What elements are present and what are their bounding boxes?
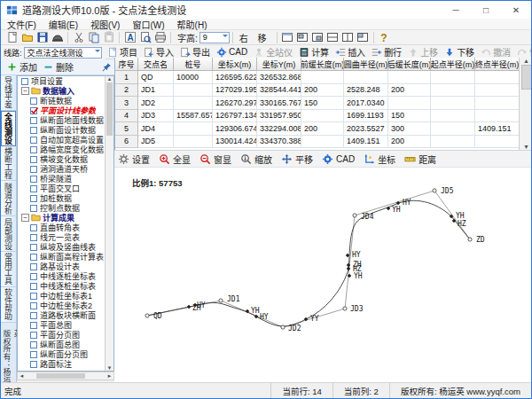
column-header-起点半径(m)[interactable]: 起点半径(m) bbox=[431, 58, 475, 71]
checkbox-icon[interactable] bbox=[30, 312, 37, 319]
table-cell[interactable]: JD1 bbox=[138, 84, 174, 98]
checkbox-icon[interactable] bbox=[30, 263, 37, 270]
win-tile-5-button[interactable] bbox=[340, 31, 356, 44]
canvas-button-平移[interactable]: 平移 bbox=[281, 153, 313, 166]
tree-horizontal-scrollbar[interactable]: ◄ ► bbox=[17, 372, 114, 380]
sidebar-tab-隧道分析[interactable]: 隧道分析 bbox=[1, 181, 16, 216]
table-cell[interactable]: 10000 bbox=[174, 71, 213, 84]
sidebar-tab-局部测设[interactable]: 局部测设 bbox=[1, 216, 16, 252]
canvas-button-窗显[interactable]: 窗显 bbox=[200, 153, 231, 166]
toolbar-button-项目[interactable]: 项目 bbox=[106, 45, 139, 59]
table-cell[interactable]: 2023.5527 bbox=[344, 122, 388, 136]
checkbox-icon[interactable] bbox=[30, 127, 37, 134]
table-cell[interactable]: 332294.008 bbox=[257, 122, 301, 136]
table-cell[interactable] bbox=[388, 97, 431, 110]
scrollbar-thumb[interactable] bbox=[521, 65, 532, 90]
pin-button[interactable] bbox=[102, 59, 112, 75]
checkbox-icon[interactable] bbox=[30, 137, 37, 144]
scroll-down-icon[interactable]: ▼ bbox=[106, 365, 113, 371]
checkbox-icon[interactable] bbox=[30, 176, 37, 183]
checkbox-icon[interactable] bbox=[30, 302, 37, 309]
table-cell[interactable] bbox=[301, 136, 344, 149]
checkbox-icon[interactable] bbox=[30, 117, 37, 124]
column-header-后缓长度(m)[interactable]: 后缓长度(m) bbox=[388, 58, 431, 71]
table-cell[interactable]: 129306.674 bbox=[213, 122, 257, 136]
table-cell[interactable] bbox=[475, 110, 520, 123]
table-row[interactable]: 1QD10000126595.622326532.868 bbox=[115, 71, 532, 84]
menu-视图(V)[interactable]: 视图(V) bbox=[84, 18, 126, 31]
checkbox-icon[interactable] bbox=[30, 107, 37, 114]
column-header-序号[interactable]: 序号 bbox=[115, 58, 138, 71]
table-cell[interactable] bbox=[431, 122, 475, 136]
canvas-button-距离[interactable]: 距离 bbox=[404, 153, 436, 166]
close-button[interactable]: ✕ bbox=[501, 1, 531, 19]
toolbar-button-计算[interactable]: 计算 bbox=[297, 45, 331, 59]
open-folder-button[interactable] bbox=[20, 31, 35, 44]
save-button[interactable] bbox=[35, 31, 50, 44]
table-row[interactable]: 6JD5130014.424334370.3881409.151200 bbox=[115, 136, 532, 149]
canvas-button-CAD[interactable]: CAD bbox=[322, 153, 355, 165]
table-cell[interactable]: 326532.868 bbox=[257, 71, 301, 84]
table-cell[interactable] bbox=[174, 122, 213, 136]
scroll-down-icon[interactable]: ▼ bbox=[523, 144, 529, 150]
checkbox-icon[interactable] bbox=[30, 254, 37, 261]
add-route-button[interactable]: 添加 bbox=[7, 60, 37, 74]
sidebar-tab-常用工具[interactable]: 常用工具 bbox=[1, 252, 16, 287]
table-cell[interactable] bbox=[431, 97, 475, 110]
win-tile-2-button[interactable] bbox=[295, 31, 310, 44]
canvas-button-坐标[interactable]: 坐标 bbox=[364, 153, 395, 166]
row-number-cell[interactable]: 3 bbox=[115, 97, 138, 110]
menu-窗口(W)[interactable]: 窗口(W) bbox=[126, 18, 170, 31]
toolbar-button-插入[interactable]: 插入 bbox=[333, 45, 367, 59]
copy-button[interactable] bbox=[86, 31, 101, 44]
column-header-交点名[interactable]: 交点名 bbox=[138, 58, 174, 71]
table-cell[interactable] bbox=[301, 71, 344, 84]
menu-文件(F)[interactable]: 文件(F) bbox=[1, 18, 43, 31]
tree-expander-icon[interactable]: − bbox=[21, 87, 29, 95]
table-cell[interactable]: JD5 bbox=[138, 136, 174, 149]
win-tile-3-button[interactable] bbox=[310, 31, 325, 44]
table-cell[interactable] bbox=[344, 71, 388, 84]
route-combobox[interactable]: 交点法全线测设 bbox=[24, 47, 102, 59]
table-cell[interactable] bbox=[431, 110, 475, 123]
win-tile-6-button[interactable] bbox=[356, 31, 371, 44]
table-cell[interactable] bbox=[431, 136, 475, 149]
table-row[interactable]: 4JD315587.657126797.134331957.9501699.11… bbox=[115, 110, 532, 123]
column-header-终点半径(m)[interactable]: 终点半径(m) bbox=[475, 58, 520, 71]
win-tile-1-button[interactable] bbox=[280, 31, 295, 44]
table-cell[interactable] bbox=[475, 136, 520, 149]
table-cell[interactable]: 200 bbox=[301, 122, 344, 136]
toolbar-button-CAD[interactable]: CAD bbox=[215, 45, 249, 59]
checkbox-icon[interactable] bbox=[21, 78, 28, 85]
table-cell[interactable]: 200 bbox=[388, 84, 431, 98]
table-cell[interactable]: QD bbox=[138, 71, 174, 84]
printer-button[interactable] bbox=[153, 31, 168, 44]
help-button[interactable]: ? bbox=[377, 31, 392, 44]
table-cell[interactable]: 328544.441 bbox=[257, 84, 301, 98]
scrollbar-thumb[interactable] bbox=[36, 373, 85, 379]
tree-item-路面标注[interactable]: 路面标注 bbox=[18, 359, 106, 369]
table-cell[interactable]: 127029.195 bbox=[213, 84, 257, 98]
table-cell[interactable]: JD4 bbox=[138, 122, 174, 136]
table-cell[interactable]: 2017.0340 bbox=[344, 97, 388, 110]
column-header-圆曲半径(m)[interactable]: 圆曲半径(m) bbox=[344, 58, 388, 71]
table-row[interactable]: 5JD4129306.674332294.0082002023.55273001… bbox=[115, 122, 532, 136]
checkbox-icon[interactable] bbox=[30, 244, 37, 251]
sidebar-tab-横断工程[interactable]: 横断工程 bbox=[1, 146, 16, 182]
cut-button[interactable] bbox=[71, 31, 86, 44]
table-cell[interactable]: 150 bbox=[301, 97, 344, 110]
column-header-坐标Y(m)[interactable]: 坐标Y(m) bbox=[257, 58, 301, 71]
canvas-button-缩放[interactable]: 缩放 bbox=[240, 153, 272, 166]
table-row[interactable]: 3JD2126270.297330165.7671502017.0340 bbox=[115, 97, 532, 110]
table-cell[interactable] bbox=[475, 97, 520, 110]
menu-帮助(H)[interactable]: 帮助(H) bbox=[171, 18, 214, 31]
checkbox-icon[interactable] bbox=[30, 205, 37, 212]
checkbox-icon[interactable] bbox=[30, 166, 37, 173]
table-cell[interactable]: 126270.297 bbox=[213, 97, 257, 110]
table-cell[interactable]: 130014.424 bbox=[213, 136, 257, 149]
toolbar-button-导出[interactable]: 导出 bbox=[178, 45, 212, 59]
table-cell[interactable]: 334370.388 bbox=[257, 136, 301, 149]
print-preview-button[interactable] bbox=[137, 31, 153, 44]
table-cell[interactable]: JD2 bbox=[138, 97, 174, 110]
checkbox-icon[interactable] bbox=[30, 156, 37, 163]
